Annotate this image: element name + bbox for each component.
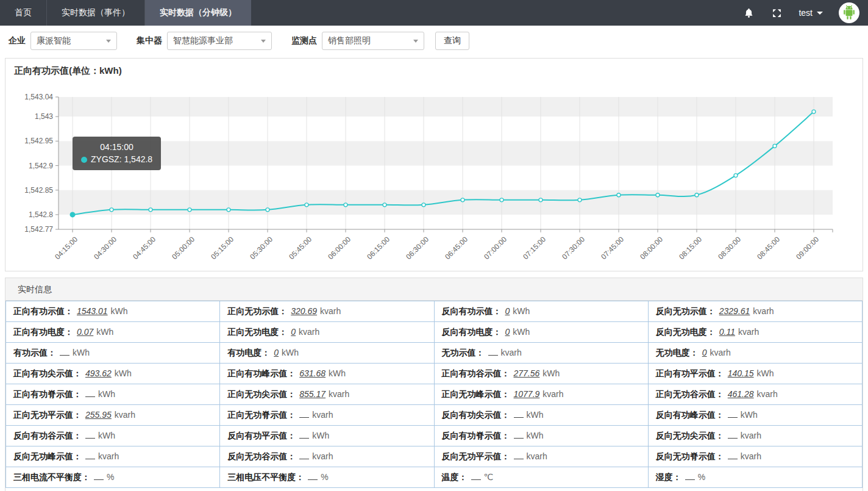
metric-value[interactable]: 1543.01 — [77, 306, 108, 316]
metric-value[interactable]: 277.56 — [514, 368, 540, 378]
metric-value[interactable]: 0.11 — [719, 327, 735, 337]
metric-unit: kWh — [312, 431, 329, 440]
android-icon — [841, 4, 858, 21]
metric-cell: 湿度：% — [648, 467, 862, 488]
metric-unit: kvarh — [738, 327, 759, 337]
metric-label: 正向无功谷示值： — [656, 389, 724, 399]
metric-value[interactable]: 461.28 — [728, 389, 754, 399]
metric-label: 三相电流不平衡度： — [13, 472, 90, 482]
chevron-down-icon — [106, 40, 111, 43]
metric-value[interactable]: 0 — [291, 327, 296, 337]
svg-text:04:30:00: 04:30:00 — [92, 235, 118, 261]
metric-value[interactable]: 0 — [505, 306, 510, 316]
svg-text:1,542.77: 1,542.77 — [24, 225, 53, 234]
metric-label: 无功示值： — [442, 348, 485, 357]
metric-value[interactable]: 0 — [702, 348, 707, 357]
fullscreen-icon[interactable] — [770, 7, 783, 19]
svg-text:04:45:00: 04:45:00 — [131, 235, 157, 261]
table-row: 正向有功电度：0.07kWh正向无功电度：0kvarh反向有功电度：0kWh反向… — [6, 322, 863, 343]
metric-unit: kWh — [329, 368, 346, 378]
metric-label: 反向无功脊示值： — [656, 451, 724, 461]
concentrator-select[interactable]: 智慧能源事业部 — [167, 32, 272, 50]
metric-label: 反向有功峰示值： — [656, 410, 724, 420]
metric-value[interactable]: 1077.9 — [514, 389, 540, 399]
metric-label: 湿度： — [656, 472, 681, 482]
user-menu[interactable]: test — [799, 8, 823, 18]
nav-tab-2[interactable]: 实时数据（分钟级） — [145, 0, 251, 26]
query-button[interactable]: 查询 — [435, 32, 469, 50]
svg-text:07:00:00: 07:00:00 — [482, 235, 508, 261]
filter-bar: 企业 康派智能 集中器 智慧能源事业部 监测点 销售部照明 查询 — [0, 26, 868, 56]
svg-text:09:00:00: 09:00:00 — [794, 235, 820, 261]
realtime-panel: 实时信息 正向有功示值：1543.01kWh正向无功示值：320.69kvarh… — [5, 278, 863, 491]
notification-bell-icon[interactable] — [742, 7, 755, 19]
metric-value[interactable]: 855.17 — [299, 389, 326, 399]
metric-value[interactable]: 255.95 — [85, 410, 112, 420]
metric-unit: kWh — [527, 431, 544, 440]
metric-cell: 三相电压不平衡度：% — [220, 467, 434, 488]
metric-label: 有功电度： — [227, 348, 270, 357]
metric-value-blank — [85, 451, 95, 459]
metric-unit: kvarh — [299, 327, 319, 337]
metric-value-blank — [85, 431, 95, 439]
metric-cell: 反向有功峰示值：kWh — [648, 405, 862, 426]
avatar[interactable] — [839, 2, 859, 23]
chevron-down-icon — [413, 40, 418, 43]
metric-unit: kWh — [73, 348, 90, 357]
metric-value[interactable]: 2329.61 — [719, 306, 750, 316]
metric-label: 反向有功尖示值： — [442, 410, 510, 420]
metric-value-blank — [94, 472, 104, 480]
metric-cell: 反向有功尖示值：kWh — [434, 405, 648, 426]
metric-cell: 温度：℃ — [434, 467, 648, 488]
realtime-table: 正向有功示值：1543.01kWh正向无功示值：320.69kvarh反向有功示… — [5, 301, 863, 488]
metric-unit: kvarh — [312, 451, 333, 461]
metric-label: 无功电度： — [656, 348, 699, 357]
metric-label: 反向有功平示值： — [227, 431, 296, 440]
enterprise-select[interactable]: 康派智能 — [30, 32, 117, 50]
metric-value[interactable]: 140.15 — [728, 368, 754, 378]
metric-unit: kvarh — [527, 451, 547, 461]
svg-text:1,543: 1,543 — [35, 112, 53, 121]
metric-label: 反向有功电度： — [442, 327, 502, 337]
user-name: test — [799, 8, 813, 18]
metric-cell: 正向无功尖示值：855.17kvarh — [220, 384, 434, 405]
metric-label: 反向无功示值： — [656, 306, 716, 316]
metric-unit: kWh — [757, 368, 774, 378]
metric-cell: 正向无功示值：320.69kvarh — [220, 301, 434, 322]
metric-value[interactable]: 0 — [505, 327, 510, 337]
metric-value[interactable]: 631.68 — [299, 368, 326, 378]
svg-text:08:15:00: 08:15:00 — [677, 235, 703, 261]
nav-tab-1[interactable]: 实时数据（事件） — [47, 0, 145, 26]
metric-cell: 反向有功电度：0kWh — [434, 322, 648, 343]
metric-value-blank — [308, 472, 318, 480]
metric-value[interactable]: 320.69 — [291, 306, 317, 316]
svg-text:08:00:00: 08:00:00 — [638, 235, 664, 261]
svg-text:07:15:00: 07:15:00 — [521, 235, 547, 261]
metric-unit: kvarh — [115, 410, 135, 420]
metric-cell: 正向有功尖示值：493.62kWh — [6, 364, 220, 384]
metric-unit: kvarh — [320, 306, 341, 316]
metric-unit: kvarh — [542, 389, 563, 399]
metric-value-blank — [488, 348, 498, 356]
nav-tab-0[interactable]: 首页 — [0, 0, 47, 26]
realtime-panel-title: 实时信息 — [5, 278, 863, 301]
metric-value[interactable]: 0 — [274, 348, 279, 357]
metric-value[interactable]: 0.07 — [77, 327, 93, 337]
metric-unit: kvarh — [710, 348, 731, 357]
metric-unit: kvarh — [329, 389, 349, 399]
point-select[interactable]: 销售部照明 — [322, 32, 424, 50]
metric-cell: 正向无功谷示值：461.28kvarh — [648, 384, 862, 405]
metric-cell: 正向无功峰示值：1077.9kvarh — [434, 384, 648, 405]
metric-value-blank — [514, 410, 524, 418]
metric-value-blank — [299, 451, 309, 459]
metric-unit: kWh — [96, 327, 113, 337]
metric-label: 反向无功平示值： — [442, 451, 510, 461]
table-row: 反向有功谷示值：kWh反向有功平示值：kWh反向有功脊示值：kWh反向无功尖示值… — [6, 426, 863, 446]
metric-label: 反向有功脊示值： — [442, 431, 510, 440]
table-row: 正向有功尖示值：493.62kWh正向有功峰示值：631.68kWh正向有功谷示… — [6, 364, 863, 384]
metric-cell: 反向无功尖示值：kvarh — [648, 426, 862, 446]
line-chart[interactable]: 1,543.041,5431,542.951,542.91,542.851,54… — [5, 59, 863, 270]
metric-value[interactable]: 493.62 — [85, 368, 112, 378]
metric-cell: 三相电流不平衡度：% — [6, 467, 220, 488]
metric-value-blank — [728, 431, 738, 439]
